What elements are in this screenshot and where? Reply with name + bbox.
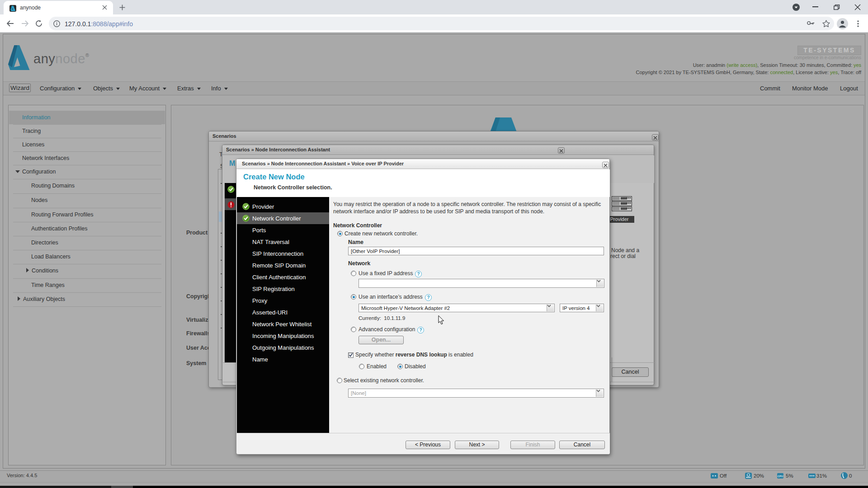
svg-text:CPU: CPU <box>778 475 783 478</box>
